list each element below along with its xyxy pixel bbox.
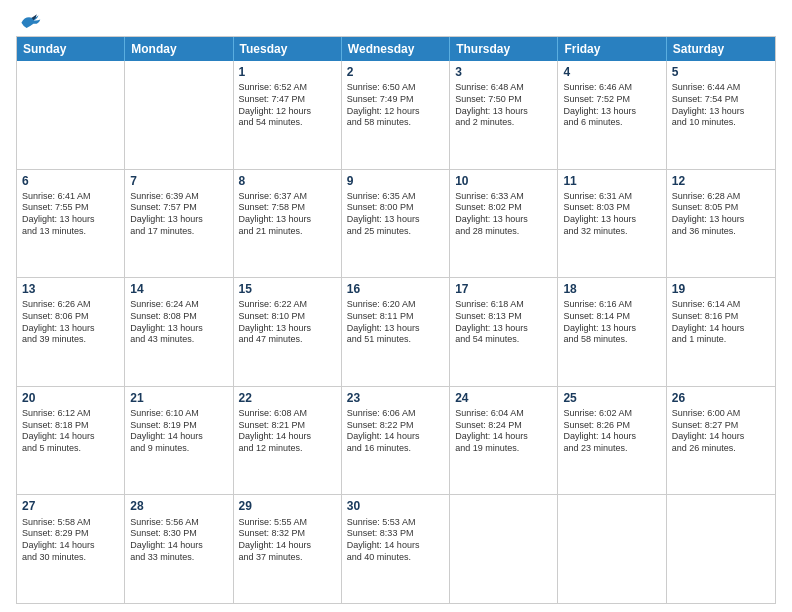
day-number: 12 [672,173,770,189]
calendar-cell [450,495,558,603]
calendar-row-4: 27Sunrise: 5:58 AMSunset: 8:29 PMDayligh… [17,494,775,603]
calendar-header: SundayMondayTuesdayWednesdayThursdayFrid… [17,37,775,61]
day-info: Sunrise: 6:33 AMSunset: 8:02 PMDaylight:… [455,191,552,238]
day-number: 6 [22,173,119,189]
day-number: 1 [239,64,336,80]
weekday-header-friday: Friday [558,37,666,61]
day-number: 24 [455,390,552,406]
day-info: Sunrise: 6:37 AMSunset: 7:58 PMDaylight:… [239,191,336,238]
header [16,12,776,32]
day-info: Sunrise: 6:24 AMSunset: 8:08 PMDaylight:… [130,299,227,346]
day-info: Sunrise: 6:35 AMSunset: 8:00 PMDaylight:… [347,191,444,238]
day-info: Sunrise: 6:14 AMSunset: 8:16 PMDaylight:… [672,299,770,346]
day-number: 20 [22,390,119,406]
day-number: 9 [347,173,444,189]
day-number: 21 [130,390,227,406]
day-info: Sunrise: 6:02 AMSunset: 8:26 PMDaylight:… [563,408,660,455]
calendar-row-1: 6Sunrise: 6:41 AMSunset: 7:55 PMDaylight… [17,169,775,278]
calendar-cell: 22Sunrise: 6:08 AMSunset: 8:21 PMDayligh… [234,387,342,495]
calendar-cell: 20Sunrise: 6:12 AMSunset: 8:18 PMDayligh… [17,387,125,495]
day-info: Sunrise: 6:26 AMSunset: 8:06 PMDaylight:… [22,299,119,346]
calendar-cell: 28Sunrise: 5:56 AMSunset: 8:30 PMDayligh… [125,495,233,603]
calendar-cell: 19Sunrise: 6:14 AMSunset: 8:16 PMDayligh… [667,278,775,386]
calendar-cell [17,61,125,169]
calendar-row-2: 13Sunrise: 6:26 AMSunset: 8:06 PMDayligh… [17,277,775,386]
weekday-header-saturday: Saturday [667,37,775,61]
calendar-cell: 7Sunrise: 6:39 AMSunset: 7:57 PMDaylight… [125,170,233,278]
calendar-cell: 17Sunrise: 6:18 AMSunset: 8:13 PMDayligh… [450,278,558,386]
calendar-cell: 5Sunrise: 6:44 AMSunset: 7:54 PMDaylight… [667,61,775,169]
calendar-cell: 11Sunrise: 6:31 AMSunset: 8:03 PMDayligh… [558,170,666,278]
day-number: 16 [347,281,444,297]
calendar-cell: 2Sunrise: 6:50 AMSunset: 7:49 PMDaylight… [342,61,450,169]
day-number: 2 [347,64,444,80]
day-number: 8 [239,173,336,189]
day-number: 19 [672,281,770,297]
day-number: 13 [22,281,119,297]
day-info: Sunrise: 6:10 AMSunset: 8:19 PMDaylight:… [130,408,227,455]
weekday-header-wednesday: Wednesday [342,37,450,61]
day-info: Sunrise: 6:18 AMSunset: 8:13 PMDaylight:… [455,299,552,346]
calendar-cell: 10Sunrise: 6:33 AMSunset: 8:02 PMDayligh… [450,170,558,278]
calendar-cell: 18Sunrise: 6:16 AMSunset: 8:14 PMDayligh… [558,278,666,386]
day-info: Sunrise: 6:06 AMSunset: 8:22 PMDaylight:… [347,408,444,455]
day-number: 11 [563,173,660,189]
day-info: Sunrise: 6:20 AMSunset: 8:11 PMDaylight:… [347,299,444,346]
day-info: Sunrise: 6:39 AMSunset: 7:57 PMDaylight:… [130,191,227,238]
day-number: 29 [239,498,336,514]
calendar-cell: 27Sunrise: 5:58 AMSunset: 8:29 PMDayligh… [17,495,125,603]
calendar-cell: 29Sunrise: 5:55 AMSunset: 8:32 PMDayligh… [234,495,342,603]
day-number: 17 [455,281,552,297]
day-info: Sunrise: 5:53 AMSunset: 8:33 PMDaylight:… [347,517,444,564]
day-info: Sunrise: 5:56 AMSunset: 8:30 PMDaylight:… [130,517,227,564]
calendar-body: 1Sunrise: 6:52 AMSunset: 7:47 PMDaylight… [17,61,775,603]
day-info: Sunrise: 6:44 AMSunset: 7:54 PMDaylight:… [672,82,770,129]
day-info: Sunrise: 6:28 AMSunset: 8:05 PMDaylight:… [672,191,770,238]
day-info: Sunrise: 6:16 AMSunset: 8:14 PMDaylight:… [563,299,660,346]
calendar-cell: 21Sunrise: 6:10 AMSunset: 8:19 PMDayligh… [125,387,233,495]
day-info: Sunrise: 6:46 AMSunset: 7:52 PMDaylight:… [563,82,660,129]
calendar-row-3: 20Sunrise: 6:12 AMSunset: 8:18 PMDayligh… [17,386,775,495]
calendar-cell: 15Sunrise: 6:22 AMSunset: 8:10 PMDayligh… [234,278,342,386]
weekday-header-monday: Monday [125,37,233,61]
calendar-cell: 24Sunrise: 6:04 AMSunset: 8:24 PMDayligh… [450,387,558,495]
day-number: 25 [563,390,660,406]
calendar-cell [558,495,666,603]
day-number: 4 [563,64,660,80]
logo-bird-icon [18,12,42,32]
day-number: 5 [672,64,770,80]
day-info: Sunrise: 6:52 AMSunset: 7:47 PMDaylight:… [239,82,336,129]
calendar-cell: 3Sunrise: 6:48 AMSunset: 7:50 PMDaylight… [450,61,558,169]
day-number: 3 [455,64,552,80]
calendar-cell: 6Sunrise: 6:41 AMSunset: 7:55 PMDaylight… [17,170,125,278]
calendar: SundayMondayTuesdayWednesdayThursdayFrid… [16,36,776,604]
day-info: Sunrise: 6:50 AMSunset: 7:49 PMDaylight:… [347,82,444,129]
calendar-cell: 1Sunrise: 6:52 AMSunset: 7:47 PMDaylight… [234,61,342,169]
day-info: Sunrise: 6:08 AMSunset: 8:21 PMDaylight:… [239,408,336,455]
calendar-cell: 30Sunrise: 5:53 AMSunset: 8:33 PMDayligh… [342,495,450,603]
calendar-cell: 26Sunrise: 6:00 AMSunset: 8:27 PMDayligh… [667,387,775,495]
calendar-cell: 14Sunrise: 6:24 AMSunset: 8:08 PMDayligh… [125,278,233,386]
day-info: Sunrise: 5:55 AMSunset: 8:32 PMDaylight:… [239,517,336,564]
logo [16,12,42,32]
day-number: 23 [347,390,444,406]
calendar-cell: 16Sunrise: 6:20 AMSunset: 8:11 PMDayligh… [342,278,450,386]
day-info: Sunrise: 6:04 AMSunset: 8:24 PMDaylight:… [455,408,552,455]
weekday-header-tuesday: Tuesday [234,37,342,61]
day-info: Sunrise: 6:12 AMSunset: 8:18 PMDaylight:… [22,408,119,455]
weekday-header-sunday: Sunday [17,37,125,61]
day-number: 22 [239,390,336,406]
page: SundayMondayTuesdayWednesdayThursdayFrid… [0,0,792,612]
calendar-cell: 25Sunrise: 6:02 AMSunset: 8:26 PMDayligh… [558,387,666,495]
calendar-cell [667,495,775,603]
calendar-cell: 13Sunrise: 6:26 AMSunset: 8:06 PMDayligh… [17,278,125,386]
calendar-cell: 8Sunrise: 6:37 AMSunset: 7:58 PMDaylight… [234,170,342,278]
day-info: Sunrise: 5:58 AMSunset: 8:29 PMDaylight:… [22,517,119,564]
day-info: Sunrise: 6:41 AMSunset: 7:55 PMDaylight:… [22,191,119,238]
day-number: 18 [563,281,660,297]
day-info: Sunrise: 6:48 AMSunset: 7:50 PMDaylight:… [455,82,552,129]
day-info: Sunrise: 6:31 AMSunset: 8:03 PMDaylight:… [563,191,660,238]
weekday-header-thursday: Thursday [450,37,558,61]
calendar-cell [125,61,233,169]
calendar-cell: 4Sunrise: 6:46 AMSunset: 7:52 PMDaylight… [558,61,666,169]
